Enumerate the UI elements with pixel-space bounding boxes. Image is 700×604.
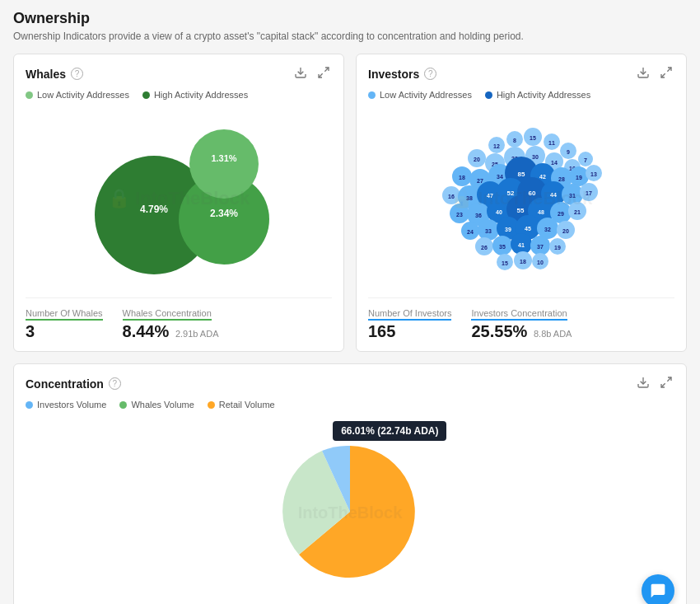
whales-chart: 🔒 IntoTheBlock 4.79% 2.34% 1.31%: [26, 108, 332, 289]
svg-text:15: 15: [502, 260, 508, 266]
whales-legend-high: High Activity Addresses: [142, 90, 248, 100]
investors-panel-actions: [635, 64, 674, 83]
svg-text:40: 40: [496, 209, 502, 215]
whales-svg: 4.79% 2.34% 1.31%: [72, 116, 286, 281]
chat-button[interactable]: [642, 574, 674, 604]
investors-legend: Low Activity Addresses High Activity Add…: [368, 90, 674, 100]
svg-text:23: 23: [456, 212, 463, 218]
svg-text:30: 30: [532, 154, 539, 160]
whales-expand-button[interactable]: [315, 64, 332, 83]
svg-text:18: 18: [520, 259, 526, 265]
investors-count-number: 165: [368, 322, 395, 340]
concentration-legend-whales: Whales Volume: [119, 400, 194, 410]
whale-label-large: 4.79%: [140, 204, 168, 215]
investors-legend-low: Low Activity Addresses: [368, 90, 472, 100]
svg-text:38: 38: [466, 195, 473, 201]
svg-text:7: 7: [584, 157, 587, 163]
svg-text:55: 55: [517, 207, 525, 214]
svg-text:34: 34: [497, 174, 503, 180]
svg-text:35: 35: [499, 244, 506, 250]
investors-concentration-pct: 25.55%: [471, 322, 527, 340]
svg-text:44: 44: [550, 192, 557, 198]
svg-line-105: [667, 377, 671, 382]
investors-volume-dot: [26, 401, 33, 409]
investors-help-icon[interactable]: ?: [424, 68, 436, 80]
concentration-panel-actions: [635, 374, 674, 393]
svg-text:19: 19: [576, 175, 582, 180]
svg-text:52: 52: [507, 190, 515, 197]
svg-text:20: 20: [474, 157, 480, 162]
concentration-download-button[interactable]: [635, 374, 651, 393]
investors-volume-label: Investors Volume: [37, 400, 106, 410]
high-activity-dot: [142, 91, 150, 99]
svg-text:47: 47: [487, 193, 493, 199]
svg-text:11: 11: [548, 140, 555, 146]
investors-count-value: 165: [368, 322, 451, 341]
investors-download-button[interactable]: [635, 64, 651, 83]
svg-text:14: 14: [551, 160, 558, 166]
investors-chart: 🔒 IntoTheBlock 12 8 15 11 9 20 25 22 30: [368, 108, 674, 289]
concentration-expand-button[interactable]: [658, 374, 674, 393]
low-activity-dot: [26, 91, 33, 99]
page-title: Ownership: [13, 10, 687, 27]
whales-panel-header: Whales ?: [26, 64, 332, 83]
whale-label-medium: 2.34%: [210, 208, 238, 219]
whales-count-value: 3: [26, 322, 103, 341]
whales-panel-actions: [292, 64, 332, 83]
investors-legend-high: High Activity Addresses: [485, 90, 590, 100]
svg-text:85: 85: [518, 171, 525, 178]
investors-high-dot: [485, 91, 492, 99]
investors-concentration-value-row: 25.55% 8.8b ADA: [471, 322, 572, 341]
investors-expand-button[interactable]: [658, 64, 674, 83]
pie-chart-wrapper: IntoTheBlock 66.01% (22.74b ADA): [243, 429, 457, 597]
concentration-panel-header: Concentration ?: [26, 374, 674, 393]
whales-legend: Low Activity Addresses High Activity Add…: [26, 90, 332, 100]
whales-title: Whales: [26, 68, 66, 81]
svg-text:39: 39: [505, 227, 511, 232]
concentration-help-icon[interactable]: ?: [109, 377, 121, 390]
whales-concentration-stat: Whales Concentration 8.44% 2.91b ADA: [123, 307, 219, 341]
whales-count-number: 3: [26, 322, 35, 340]
svg-line-2: [319, 73, 323, 77]
svg-text:18: 18: [459, 175, 465, 180]
svg-text:10: 10: [537, 260, 544, 265]
panels-row: Whales ? Low Activity Addresses: [13, 54, 687, 352]
whales-download-button[interactable]: [292, 64, 309, 83]
concentration-title-group: Concentration ?: [26, 377, 121, 391]
retail-volume-dot: [208, 401, 215, 409]
whales-concentration-sub: 2.91b ADA: [175, 329, 219, 339]
whales-stats: Number Of Whales 3 Whales Concentration …: [26, 297, 332, 341]
whales-concentration-value-row: 8.44% 2.91b ADA: [123, 322, 219, 341]
whales-volume-label: Whales Volume: [131, 400, 194, 410]
chat-icon: [650, 583, 666, 599]
concentration-legend-investors: Investors Volume: [26, 400, 106, 410]
investors-concentration-label: Investors Concentration: [471, 308, 567, 321]
whales-panel: Whales ? Low Activity Addresses: [13, 54, 344, 352]
svg-text:16: 16: [448, 194, 455, 199]
investors-svg: 12 8 15 11 9 20 25 22 30 14 10 7 18 27: [398, 112, 645, 285]
svg-text:13: 13: [590, 171, 597, 177]
whales-legend-low-label: Low Activity Addresses: [37, 90, 129, 100]
svg-text:36: 36: [475, 213, 482, 218]
investors-count-label: Number Of Investors: [368, 308, 451, 321]
svg-text:21: 21: [574, 209, 581, 215]
svg-text:31: 31: [569, 193, 576, 199]
whales-volume-dot: [119, 401, 127, 409]
svg-text:42: 42: [539, 174, 546, 180]
whales-title-group: Whales ?: [26, 68, 83, 81]
whales-concentration-label: Whales Concentration: [123, 308, 212, 321]
svg-text:20: 20: [562, 228, 569, 234]
whales-help-icon[interactable]: ?: [71, 68, 83, 80]
whale-bubble-small: [189, 129, 259, 199]
svg-line-4: [667, 68, 671, 72]
whales-count-stat: Number Of Whales 3: [26, 307, 103, 341]
concentration-title: Concentration: [26, 377, 104, 391]
investors-legend-low-label: Low Activity Addresses: [380, 90, 472, 100]
svg-text:8: 8: [513, 138, 516, 143]
investors-count-stat: Number Of Investors 165: [368, 307, 451, 341]
investors-panel-header: Investors ?: [368, 64, 674, 83]
investors-stats: Number Of Investors 165 Investors Concen…: [368, 297, 674, 341]
concentration-chart: IntoTheBlock 66.01% (22.74b ADA): [26, 418, 674, 604]
concentration-panel: Concentration ? Investors Volume Whales …: [13, 363, 687, 604]
svg-line-1: [324, 68, 329, 72]
